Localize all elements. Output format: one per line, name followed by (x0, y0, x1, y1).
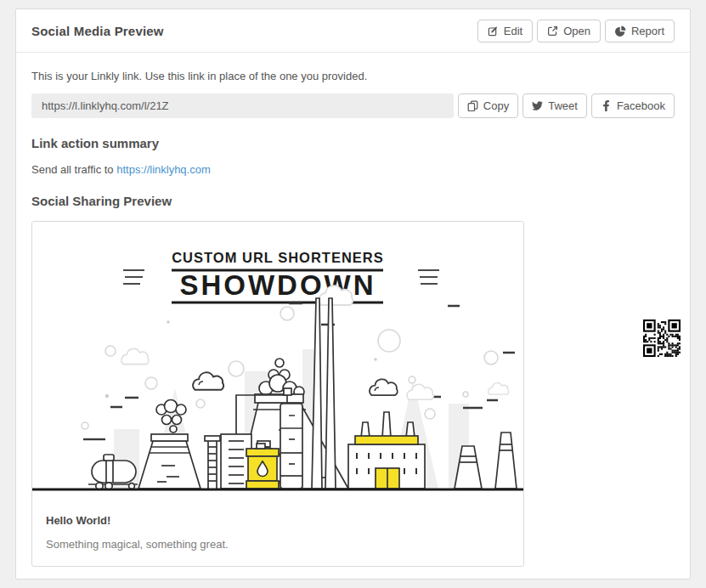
poster-kicker: CUSTOM URL SHORTENERS (172, 250, 384, 265)
open-button-label: Open (563, 25, 590, 37)
facebook-button-label: Facebook (617, 100, 665, 111)
external-link-icon (547, 25, 558, 37)
facebook-icon (601, 100, 612, 111)
edit-button-label: Edit (504, 25, 522, 37)
social-media-preview-panel: Social Media Preview Edit Open (15, 8, 691, 580)
report-button[interactable]: Report (605, 20, 675, 42)
social-sharing-preview-heading: Social Sharing Preview (31, 194, 675, 208)
share-card-illustration: CUSTOM URL SHORTENERS SHOWDOWN (32, 222, 523, 494)
panel-header: Social Media Preview Edit Open (16, 9, 690, 53)
short-link-field[interactable]: https://l.linklyhq.com/l/21Z (31, 93, 454, 118)
open-button[interactable]: Open (537, 20, 601, 42)
facebook-button[interactable]: Facebook (591, 93, 675, 118)
qr-code (639, 315, 685, 361)
edit-button[interactable]: Edit (477, 20, 533, 42)
share-card-description: Something magical, something great. (46, 538, 510, 551)
copy-icon (467, 100, 478, 111)
link-action-summary-line: Send all traffic to https://linklyhq.com (31, 163, 675, 176)
link-action-summary-heading: Link action summary (31, 136, 675, 150)
short-link-row: https://l.linklyhq.com/l/21Z Copy Tweet … (31, 93, 675, 118)
intro-text: This is your Linkly link. Use this link … (31, 70, 675, 82)
copy-button[interactable]: Copy (458, 93, 518, 118)
header-toolbar: Edit Open Report (473, 20, 675, 42)
tweet-button-label: Tweet (548, 100, 578, 111)
copy-button-label: Copy (483, 100, 509, 111)
page-title: Social Media Preview (31, 24, 164, 38)
edit-icon (488, 25, 499, 37)
send-all-traffic-text: Send all traffic to (31, 163, 116, 176)
panel-body: This is your Linkly link. Use this link … (16, 53, 690, 579)
destination-link[interactable]: https://linklyhq.com (116, 163, 211, 176)
social-share-card: CUSTOM URL SHORTENERS SHOWDOWN (31, 221, 524, 567)
share-card-title: Hello World! (46, 514, 510, 527)
report-button-label: Report (631, 25, 664, 37)
share-card-text: Hello World! Something magical, somethin… (32, 494, 523, 566)
tweet-button[interactable]: Tweet (522, 93, 587, 118)
twitter-icon (532, 100, 543, 111)
pie-chart-icon (615, 25, 626, 37)
